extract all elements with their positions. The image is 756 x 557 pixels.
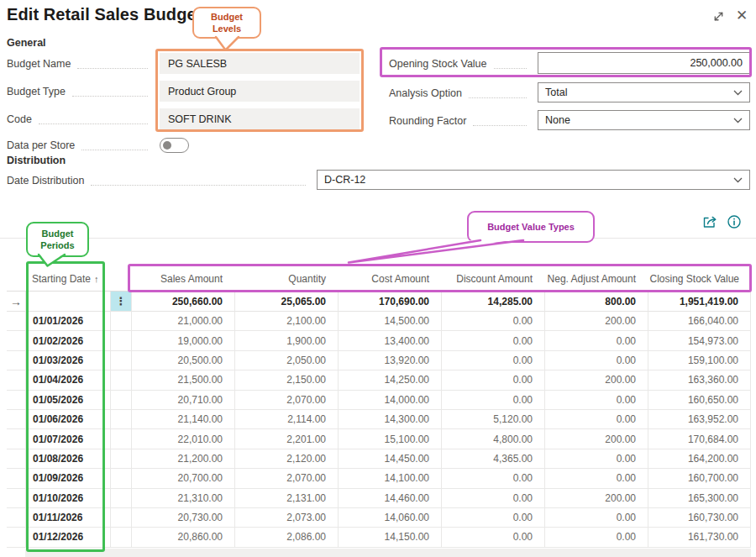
row-selector-cell[interactable] xyxy=(7,429,25,449)
row-menu-cell[interactable] xyxy=(110,391,131,410)
cell-discount-amount[interactable]: 4,365.00 xyxy=(441,449,544,469)
cell-quantity[interactable]: 2,070.00 xyxy=(234,469,338,488)
cell-neg-adjust-amount[interactable]: 200.00 xyxy=(544,370,648,390)
column-header-neg-adjust-amount[interactable]: Neg. Adjust Amount xyxy=(544,267,648,291)
cell-cost-amount[interactable]: 14,000.00 xyxy=(338,391,441,410)
cell-sales-amount[interactable]: 21,310.00 xyxy=(131,489,234,508)
cell-starting-date[interactable]: 01/01/2026 xyxy=(25,312,110,331)
cell-sales-amount[interactable]: 20,710.00 xyxy=(131,391,234,410)
cell-cost-amount[interactable]: 15,100.00 xyxy=(338,429,441,449)
total-closing-stock-value[interactable]: 1,951,419.00 xyxy=(648,292,751,312)
cell-quantity[interactable]: 2,073.00 xyxy=(234,508,338,528)
row-menu-cell[interactable] xyxy=(110,489,131,508)
cell-neg-adjust-amount[interactable]: 200.00 xyxy=(544,429,648,449)
cell-starting-date[interactable]: 01/07/2026 xyxy=(25,429,110,449)
cell-cost-amount[interactable]: 13,400.00 xyxy=(338,331,441,350)
cell-closing-stock-value[interactable]: 164,200.00 xyxy=(648,449,751,469)
cell-sales-amount[interactable]: 20,730.00 xyxy=(131,508,234,528)
cell-cost-amount[interactable]: 14,250.00 xyxy=(338,370,441,390)
row-menu-cell[interactable] xyxy=(110,312,131,331)
cell-discount-amount[interactable]: 0.00 xyxy=(441,508,544,528)
cell-neg-adjust-amount[interactable]: 200.00 xyxy=(544,312,648,331)
cell-neg-adjust-amount[interactable]: 0.00 xyxy=(544,469,648,488)
total-quantity[interactable]: 25,065.00 xyxy=(234,292,338,312)
cell-neg-adjust-amount[interactable]: 200.00 xyxy=(544,489,648,508)
cell-cost-amount[interactable]: 14,460.00 xyxy=(338,489,441,508)
total-neg-adjust-amount[interactable]: 800.00 xyxy=(544,292,648,312)
row-menu-cell[interactable] xyxy=(110,429,131,449)
cell-closing-stock-value[interactable]: 159,100.00 xyxy=(648,351,751,370)
cell-cost-amount[interactable]: 13,920.00 xyxy=(338,351,441,370)
total-discount-amount[interactable]: 14,285.00 xyxy=(441,292,544,312)
row-selector-cell[interactable] xyxy=(7,312,25,331)
row-menu-cell[interactable] xyxy=(110,410,131,429)
row-menu-cell[interactable] xyxy=(110,449,131,469)
cell-closing-stock-value[interactable]: 161,730.00 xyxy=(648,528,751,547)
row-selector-cell[interactable] xyxy=(7,410,25,429)
cell-sales-amount[interactable]: 20,700.00 xyxy=(131,469,234,488)
analysis-option-select[interactable]: Total xyxy=(538,82,750,102)
row-menu-cell[interactable] xyxy=(110,528,131,547)
column-header-quantity[interactable]: Quantity xyxy=(234,267,338,291)
total-sales-amount[interactable]: 250,660.00 xyxy=(131,292,234,312)
row-selector-cell[interactable] xyxy=(7,449,25,469)
row-selector-cell[interactable] xyxy=(7,331,25,350)
cell-closing-stock-value[interactable]: 163,360.00 xyxy=(648,370,751,390)
share-button[interactable] xyxy=(701,213,719,230)
cell-sales-amount[interactable]: 20,500.00 xyxy=(131,351,234,370)
cell-discount-amount[interactable]: 0.00 xyxy=(441,469,544,488)
cell-starting-date[interactable]: 01/03/2026 xyxy=(25,351,110,370)
cell-quantity[interactable]: 2,114.00 xyxy=(234,410,338,429)
cell-quantity[interactable]: 2,150.00 xyxy=(234,370,338,390)
row-selector-cell[interactable] xyxy=(7,351,25,370)
cell-discount-amount[interactable]: 0.00 xyxy=(441,391,544,410)
cell-quantity[interactable]: 2,050.00 xyxy=(234,351,338,370)
row-selector-cell[interactable] xyxy=(7,508,25,528)
cell-closing-stock-value[interactable]: 163,952.00 xyxy=(648,410,751,429)
column-header-closing-stock-value[interactable]: Closing Stock Value xyxy=(648,267,751,291)
cell-sales-amount[interactable]: 21,000.00 xyxy=(131,312,234,331)
cell-neg-adjust-amount[interactable]: 0.00 xyxy=(544,449,648,469)
cell-cost-amount[interactable]: 14,450.00 xyxy=(338,449,441,469)
opening-stock-value-input[interactable]: 250,000.00 xyxy=(538,52,750,74)
row-selector-cell[interactable] xyxy=(7,469,25,488)
row-menu-button[interactable]: ⋮ xyxy=(110,292,131,312)
cell-discount-amount[interactable]: 4,800.00 xyxy=(441,429,544,449)
cell-quantity[interactable]: 2,201.00 xyxy=(234,429,338,449)
cell-quantity[interactable]: 1,900.00 xyxy=(234,331,338,350)
cell-sales-amount[interactable]: 21,500.00 xyxy=(131,370,234,390)
totals-starting-date-cell[interactable] xyxy=(25,292,110,312)
column-header-sales-amount[interactable]: Sales Amount xyxy=(131,267,234,291)
cell-sales-amount[interactable]: 19,000.00 xyxy=(131,331,234,350)
cell-quantity[interactable]: 2,086.00 xyxy=(234,528,338,547)
cell-cost-amount[interactable]: 14,500.00 xyxy=(338,312,441,331)
cell-starting-date[interactable]: 01/09/2026 xyxy=(25,469,110,488)
cell-discount-amount[interactable]: 0.00 xyxy=(441,351,544,370)
cell-cost-amount[interactable]: 14,150.00 xyxy=(338,528,441,547)
cell-cost-amount[interactable]: 14,100.00 xyxy=(338,469,441,488)
cell-closing-stock-value[interactable]: 160,650.00 xyxy=(648,391,751,410)
cell-neg-adjust-amount[interactable]: 0.00 xyxy=(544,528,648,547)
cell-closing-stock-value[interactable]: 165,300.00 xyxy=(648,489,751,508)
date-distribution-select[interactable]: D-CR-12 xyxy=(317,170,750,190)
cell-closing-stock-value[interactable]: 166,040.00 xyxy=(648,312,751,331)
cell-starting-date[interactable]: 01/11/2026 xyxy=(25,508,110,528)
row-menu-cell[interactable] xyxy=(110,469,131,488)
cell-sales-amount[interactable]: 21,200.00 xyxy=(131,449,234,469)
cell-quantity[interactable]: 2,100.00 xyxy=(234,312,338,331)
cell-starting-date[interactable]: 01/10/2026 xyxy=(25,489,110,508)
cell-neg-adjust-amount[interactable]: 0.00 xyxy=(544,410,648,429)
cell-neg-adjust-amount[interactable]: 0.00 xyxy=(544,508,648,528)
cell-discount-amount[interactable]: 5,120.00 xyxy=(441,410,544,429)
cell-cost-amount[interactable]: 14,060.00 xyxy=(338,508,441,528)
cell-starting-date[interactable]: 01/04/2026 xyxy=(25,370,110,390)
cell-closing-stock-value[interactable]: 160,700.00 xyxy=(648,469,751,488)
close-button[interactable]: ✕ xyxy=(732,6,751,24)
row-selector-cell[interactable] xyxy=(7,370,25,390)
cell-starting-date[interactable]: 01/02/2026 xyxy=(25,331,110,350)
cell-starting-date[interactable]: 01/05/2026 xyxy=(25,391,110,410)
column-header-cost-amount[interactable]: Cost Amount xyxy=(338,267,441,291)
cell-cost-amount[interactable]: 14,300.00 xyxy=(338,410,441,429)
total-cost-amount[interactable]: 170,690.00 xyxy=(338,292,441,312)
cell-closing-stock-value[interactable]: 170,684.00 xyxy=(648,429,751,449)
